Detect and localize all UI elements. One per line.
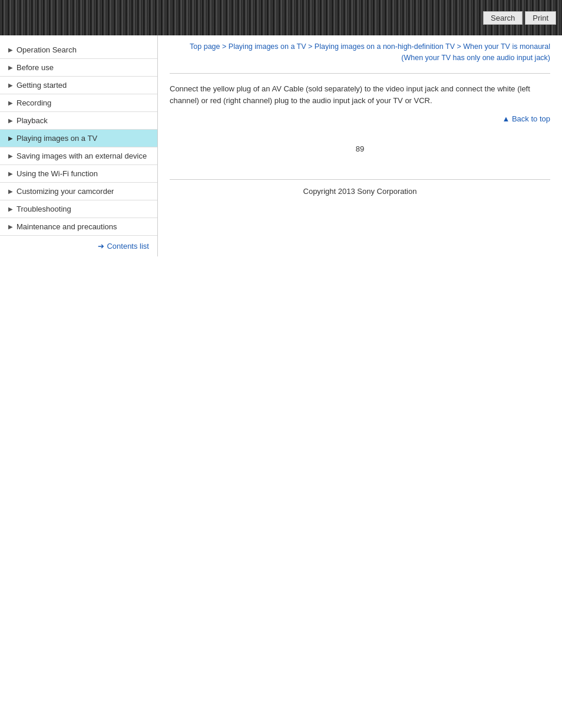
copyright-text: Copyright 2013 Sony Corporation bbox=[303, 187, 417, 196]
content-area: Top page > Playing images on a TV > Play… bbox=[158, 35, 562, 256]
sidebar-item-label: Customizing your camcorder bbox=[16, 187, 114, 196]
search-button[interactable]: Search bbox=[483, 11, 523, 25]
breadcrumb-separator: > bbox=[457, 42, 463, 51]
sidebar-item-saving-images[interactable]: ▶ Saving images with an external device bbox=[0, 147, 157, 165]
sidebar-item-troubleshooting[interactable]: ▶ Troubleshooting bbox=[0, 200, 157, 218]
breadcrumb-top-page[interactable]: Top page bbox=[190, 42, 220, 51]
sidebar-item-before-use[interactable]: ▶ Before use bbox=[0, 59, 157, 77]
sidebar-item-operation-search[interactable]: ▶ Operation Search bbox=[0, 41, 157, 59]
sidebar-item-label: Using the Wi-Fi function bbox=[16, 169, 98, 178]
sidebar-item-label: Playback bbox=[16, 116, 48, 125]
chevron-right-icon: ▶ bbox=[8, 64, 13, 71]
breadcrumb-non-hd-tv[interactable]: Playing images on a non-high-definition … bbox=[315, 42, 455, 51]
chevron-right-icon: ▶ bbox=[8, 223, 13, 230]
arrow-right-icon: ➔ bbox=[98, 242, 104, 251]
breadcrumb: Top page > Playing images on a TV > Play… bbox=[170, 41, 550, 64]
sidebar-item-playing-images[interactable]: ▶ Playing images on a TV bbox=[0, 130, 157, 147]
sidebar-item-wifi[interactable]: ▶ Using the Wi-Fi function bbox=[0, 165, 157, 183]
sidebar-item-playback[interactable]: ▶ Playback bbox=[0, 112, 157, 130]
back-to-top[interactable]: ▲ Back to top bbox=[170, 114, 550, 123]
sidebar-item-label: Recording bbox=[16, 98, 51, 107]
print-button[interactable]: Print bbox=[525, 11, 556, 25]
contents-list-label: Contents list bbox=[107, 242, 149, 251]
header-stripe: Search Print bbox=[0, 0, 562, 35]
sidebar-item-label: Before use bbox=[16, 63, 54, 72]
sidebar-item-maintenance[interactable]: ▶ Maintenance and precautions bbox=[0, 218, 157, 236]
sidebar-item-label: Saving images with an external device bbox=[16, 151, 147, 160]
sidebar: ▶ Operation Search ▶ Before use ▶ Gettin… bbox=[0, 35, 158, 256]
chevron-right-icon: ▶ bbox=[8, 153, 13, 159]
chevron-right-icon: ▶ bbox=[8, 135, 13, 141]
chevron-right-icon: ▶ bbox=[8, 188, 13, 195]
sidebar-item-label: Getting started bbox=[16, 81, 67, 90]
main-content-text: Connect the yellow plug of an AV Cable (… bbox=[170, 83, 550, 108]
sidebar-item-label: Troubleshooting bbox=[16, 205, 71, 213]
breadcrumb-separator: > bbox=[308, 42, 315, 51]
sidebar-item-getting-started[interactable]: ▶ Getting started bbox=[0, 77, 157, 94]
contents-list-link[interactable]: ➔ Contents list bbox=[0, 236, 157, 256]
chevron-right-icon: ▶ bbox=[8, 117, 13, 124]
breadcrumb-playing-images-on-tv[interactable]: Playing images on a TV bbox=[229, 42, 306, 51]
page-footer: Copyright 2013 Sony Corporation bbox=[170, 179, 550, 199]
sidebar-item-label: Maintenance and precautions bbox=[16, 222, 117, 231]
back-to-top-label: ▲ Back to top bbox=[502, 114, 550, 123]
sidebar-item-label: Operation Search bbox=[16, 45, 77, 54]
chevron-right-icon: ▶ bbox=[8, 100, 13, 106]
content-divider bbox=[170, 73, 550, 74]
sidebar-item-recording[interactable]: ▶ Recording bbox=[0, 94, 157, 112]
chevron-right-icon: ▶ bbox=[8, 47, 13, 53]
chevron-right-icon: ▶ bbox=[8, 206, 13, 212]
breadcrumb-separator: > bbox=[222, 42, 229, 51]
chevron-right-icon: ▶ bbox=[8, 170, 13, 177]
main-layout: ▶ Operation Search ▶ Before use ▶ Gettin… bbox=[0, 35, 562, 256]
sidebar-item-label: Playing images on a TV bbox=[16, 134, 97, 143]
sidebar-item-customizing[interactable]: ▶ Customizing your camcorder bbox=[0, 183, 157, 200]
page-number: 89 bbox=[170, 135, 550, 156]
chevron-right-icon: ▶ bbox=[8, 82, 13, 88]
